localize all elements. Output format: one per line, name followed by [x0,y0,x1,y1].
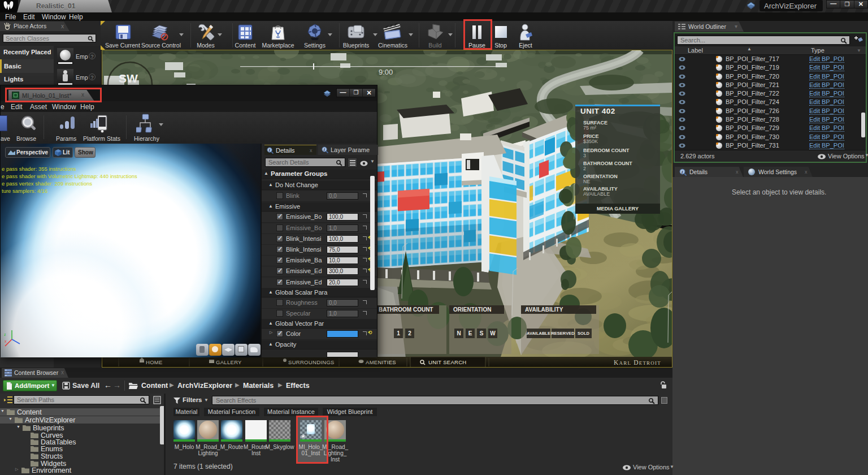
svg-text:E: E [468,330,472,336]
svg-text:UNIT SEARCH: UNIT SEARCH [428,359,467,365]
svg-text:SURROUNDINGS: SURROUNDINGS [288,359,335,365]
svg-text:AVAILABILITY: AVAILABILITY [525,306,563,313]
svg-text:2: 2 [583,166,586,171]
svg-text:GALLERY: GALLERY [216,359,242,365]
svg-text:MEDIA GALLERY: MEDIA GALLERY [597,206,639,211]
svg-text:75 m²: 75 m² [583,125,596,131]
svg-text:BATHROOM COUNT: BATHROOM COUNT [583,161,632,166]
svg-text:9:00: 9:00 [379,68,393,76]
svg-text:W: W [490,330,496,336]
svg-text:x: x [5,339,7,343]
svg-text:N: N [457,330,461,336]
svg-text:BATHROOM COUNT: BATHROOM COUNT [379,306,433,313]
svg-text:SOLD: SOLD [578,331,589,336]
svg-text:ORIENTATION: ORIENTATION [453,306,491,313]
svg-text:1: 1 [397,330,400,336]
svg-text:AMENITIES: AMENITIES [366,359,396,365]
svg-text:BEDROOM COUNT: BEDROOM COUNT [583,148,630,153]
svg-text:KARL DETROIT: KARL DETROIT [614,359,661,366]
svg-text:RESERVED: RESERVED [551,331,575,336]
svg-text:S: S [480,330,484,336]
svg-text:NE: NE [583,179,591,184]
svg-text:HOME: HOME [146,359,163,365]
svg-text:SW: SW [119,72,138,85]
svg-text:z: z [4,332,6,336]
svg-text:$350K: $350K [583,139,598,144]
svg-text:AVAILABLE: AVAILABLE [583,191,610,197]
svg-text:2: 2 [408,330,411,336]
svg-text:AVAILABLE: AVAILABLE [527,331,550,336]
svg-text:3: 3 [583,153,586,158]
svg-text:UNIT 402: UNIT 402 [580,107,615,115]
